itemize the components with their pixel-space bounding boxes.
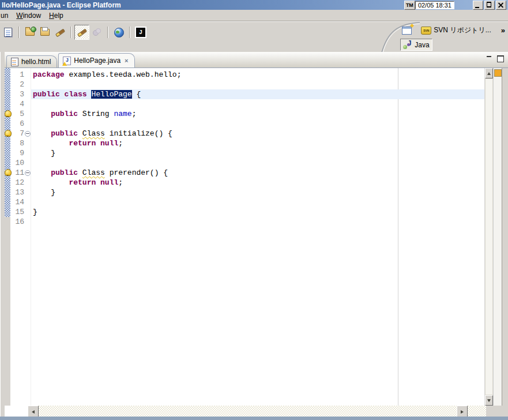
scroll-up-button[interactable]	[485, 68, 493, 78]
vertical-scrollbar[interactable]	[484, 68, 493, 406]
code-segment	[33, 178, 69, 187]
line-number: 14	[10, 197, 26, 207]
hscroll-right-extension	[468, 406, 486, 417]
scroll-right-button[interactable]	[457, 406, 468, 418]
menu-item-help[interactable]: Help	[45, 11, 67, 20]
open-folder-globe-button[interactable]	[22, 25, 37, 40]
range-indicator	[5, 68, 10, 217]
line-number: 8	[10, 138, 26, 148]
editor-maximize-button[interactable]	[497, 55, 504, 62]
clock-display: 02/05 18:31	[415, 1, 454, 9]
editor-minimize-button[interactable]	[486, 55, 492, 61]
toolbar-separator	[18, 27, 20, 38]
paintbrush-toggle-button[interactable]	[74, 25, 89, 40]
tab-hellopage-java[interactable]: HelloPage.java×	[58, 53, 134, 68]
line-number: 10	[10, 158, 26, 168]
code-editor[interactable]: package examples.teeda.web.hello;public …	[31, 68, 484, 406]
line-number: 7	[10, 129, 26, 138]
warning-marker-icon[interactable]	[5, 169, 12, 176]
menu-bar: unWindowHelp	[0, 10, 508, 21]
fold-collapse-marker[interactable]	[25, 170, 31, 176]
perspective-button-java[interactable]: Java	[400, 39, 432, 51]
line-number: 11	[10, 168, 26, 178]
tab-label: HelloPage.java	[74, 57, 121, 65]
java-file-warning-icon	[63, 57, 71, 65]
scroll-left-button[interactable]	[28, 406, 39, 418]
perspective-row-bottom: Java	[399, 39, 432, 51]
code-line: return null;	[31, 178, 484, 187]
overview-ruler[interactable]	[493, 68, 502, 406]
line-number: 9	[10, 148, 26, 158]
line-number: 13	[10, 187, 26, 197]
restore-icon	[487, 2, 491, 7]
editor-area: hello.htmlHelloPage.java× 12345678910111…	[5, 52, 508, 417]
open-perspective-icon	[402, 27, 412, 35]
minimize-button[interactable]	[473, 1, 483, 10]
restore-button[interactable]	[484, 1, 495, 10]
editor-tab-row: hello.htmlHelloPage.java×	[5, 52, 508, 68]
tm-clock-button[interactable]: TM	[404, 1, 415, 10]
code-segment: null	[100, 139, 118, 148]
perspective-button-svn[interactable]: SVN リポジトリ...	[418, 24, 494, 37]
overview-warning-header[interactable]	[494, 69, 502, 77]
vertical-scroll-thumb[interactable]	[485, 78, 493, 395]
code-segment: }	[33, 149, 55, 158]
svn-perspective-label: SVN リポジトリ...	[434, 25, 491, 35]
code-line	[31, 197, 484, 207]
perspective-overflow-chevron[interactable]: »	[498, 26, 505, 35]
html-file-icon	[11, 58, 18, 66]
paintbrush-icon	[55, 28, 65, 37]
code-line	[31, 80, 484, 89]
code-segment: public	[51, 110, 78, 118]
warning-marker-icon[interactable]	[5, 110, 12, 117]
code-segment	[96, 178, 100, 187]
code-line: }	[31, 148, 484, 158]
web-browser-icon	[114, 28, 124, 38]
annotation-marker-bar[interactable]	[5, 68, 10, 406]
toolbar-separator	[129, 27, 130, 38]
line-number: 5	[10, 109, 26, 119]
line-number: 16	[10, 217, 26, 227]
close-button[interactable]	[496, 1, 506, 10]
code-line: return null;	[31, 138, 484, 148]
paintbrush-button[interactable]	[52, 25, 67, 40]
sync-disabled-button[interactable]	[89, 25, 104, 40]
line-number: 6	[10, 119, 26, 129]
minimize-icon	[475, 7, 479, 8]
tm-clock: TM 02/05 18:31	[404, 1, 454, 10]
code-segment: examples.teeda.web.hello;	[65, 70, 182, 79]
code-segment: ;	[132, 110, 137, 118]
code-segment: ;	[118, 139, 123, 148]
menu-item-un[interactable]: un	[0, 11, 12, 20]
code-line: package examples.teeda.web.hello;	[31, 70, 484, 80]
code-line	[31, 158, 484, 168]
code-segment: public class	[33, 90, 87, 99]
task-list-icon	[4, 28, 12, 37]
folding-bar[interactable]	[26, 68, 31, 406]
java-launch-button[interactable]	[133, 25, 148, 40]
warning-marker-icon[interactable]	[5, 130, 12, 137]
code-segment: name	[114, 110, 131, 118]
tab-hello-html[interactable]: hello.html	[6, 55, 57, 68]
horizontal-scrollbar[interactable]	[5, 406, 508, 417]
task-list-button[interactable]	[1, 25, 16, 40]
vertical-scroll-track[interactable]	[485, 78, 493, 395]
selected-text: HelloPage	[91, 90, 131, 99]
menu-item-window[interactable]: Window	[12, 11, 45, 20]
open-perspective-button[interactable]	[399, 25, 415, 36]
fold-collapse-marker[interactable]	[25, 131, 31, 137]
arrow-down-icon	[487, 399, 491, 402]
scroll-down-button[interactable]	[485, 395, 493, 406]
horizontal-scroll-track[interactable]	[39, 406, 457, 417]
tab-label: hello.html	[21, 58, 51, 66]
code-segment: return	[69, 178, 96, 187]
web-browser-button[interactable]	[111, 25, 126, 40]
code-line	[31, 217, 484, 227]
code-segment	[96, 139, 100, 148]
open-folder-button[interactable]	[37, 25, 52, 40]
code-segment	[33, 139, 69, 148]
tab-close-icon[interactable]: ×	[125, 57, 128, 64]
line-number-ruler[interactable]: 12345678910111213141516	[10, 68, 26, 406]
code-line: }	[31, 187, 484, 197]
toolbar-separator	[70, 27, 72, 38]
